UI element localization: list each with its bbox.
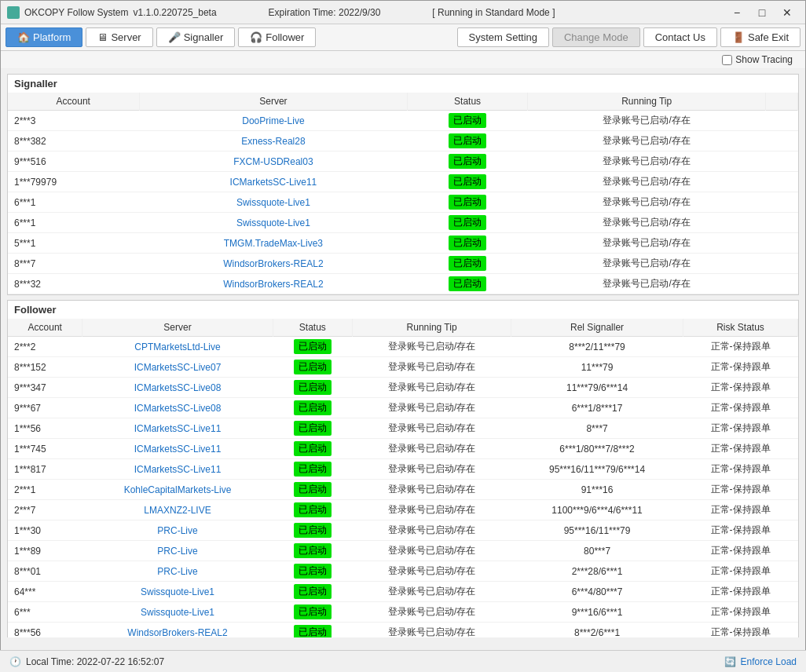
- status-badge: 已启动: [294, 462, 332, 477]
- rel-signaller-cell: 2***28/6***1: [511, 561, 683, 582]
- risk-status-cell: 正常-保持跟单: [683, 459, 798, 480]
- table-row: 1***30 PRC-Live 已启动 登录账号已启动/存在 95***16/1…: [8, 520, 798, 541]
- tip-cell: 登录账号已启动/存在: [527, 131, 766, 152]
- show-tracing-label: Show Tracing: [735, 54, 793, 65]
- tip-cell: 登录账号已启动/存在: [353, 500, 511, 520]
- follower-section: Follower Account Server Status Running T…: [7, 300, 799, 637]
- account-cell: 8***01: [8, 561, 82, 582]
- close-button[interactable]: ✕: [775, 5, 799, 20]
- tip-cell: 登录账号已启动/存在: [527, 172, 766, 192]
- status-badge: 已启动: [294, 441, 332, 456]
- home-icon: 🏠: [17, 31, 30, 43]
- risk-status-cell: 正常-保持跟单: [683, 418, 798, 439]
- server-cell: PRC-Live: [82, 561, 273, 582]
- status-badge: 已启动: [294, 360, 332, 374]
- change-mode-button[interactable]: Change Mode: [552, 27, 640, 47]
- enforce-load-button[interactable]: 🔄 Enforce Load: [724, 656, 797, 667]
- risk-status-cell: 正常-保持跟单: [683, 541, 798, 561]
- rel-signaller-cell: 6***1/8***17: [511, 398, 683, 418]
- server-cell: ICMarketsSC-Live08: [82, 378, 273, 398]
- extra-cell: [766, 254, 798, 274]
- window-controls: − □ ✕: [725, 5, 799, 20]
- status-cell: 已启动: [408, 233, 528, 254]
- status-badge: 已启动: [294, 482, 332, 497]
- safe-exit-button[interactable]: 🚪 Safe Exit: [720, 27, 801, 47]
- app-icon: [7, 6, 20, 19]
- server-cell: WindsorBrokers-REAL2: [139, 254, 408, 274]
- show-tracing-checkbox[interactable]: [722, 55, 732, 65]
- extra-cell: [766, 111, 798, 131]
- status-badge: 已启动: [294, 380, 332, 395]
- contact-us-button[interactable]: Contact Us: [643, 27, 717, 47]
- signaller-table: Account Server Status Running Tip 2***3 …: [8, 93, 798, 294]
- app-name: OKCOPY Follow System: [24, 7, 128, 18]
- table-row: 9***67 ICMarketsSC-Live08 已启动 登录账号已启动/存在…: [8, 398, 798, 418]
- table-row: 8***382 Exness-Real28 已启动 登录账号已启动/存在: [8, 131, 798, 152]
- status-badge: 已启动: [449, 113, 486, 128]
- tip-cell: 登录账号已启动/存在: [353, 357, 511, 378]
- account-cell: 8***382: [8, 131, 139, 152]
- tip-cell: 登录账号已启动/存在: [527, 213, 766, 233]
- status-cell: 已启动: [408, 213, 528, 233]
- account-cell: 9***347: [8, 378, 82, 398]
- tip-cell: 登录账号已启动/存在: [353, 378, 511, 398]
- status-badge: 已启动: [449, 236, 486, 250]
- server-cell: Swissquote-Live1: [139, 213, 408, 233]
- account-cell: 8***7: [8, 254, 139, 274]
- account-cell: 6***: [8, 602, 82, 623]
- status-cell: 已启动: [273, 500, 352, 520]
- account-cell: 9***67: [8, 398, 82, 418]
- table-row: 9***516 FXCM-USDReal03 已启动 登录账号已启动/存在: [8, 152, 798, 172]
- table-row: 8***32 WindsorBrokers-REAL2 已启动 登录账号已启动/…: [8, 274, 798, 294]
- maximize-button[interactable]: □: [750, 5, 774, 20]
- risk-status-cell: 正常-保持跟单: [683, 500, 798, 520]
- clock-icon: 🕐: [9, 656, 21, 667]
- server-cell: ICMarketsSC-Live07: [82, 357, 273, 378]
- account-cell: 5***1: [8, 233, 139, 254]
- follower-button[interactable]: 🎧 Follower: [238, 27, 316, 47]
- status-badge: 已启动: [449, 276, 486, 291]
- signaller-col-account: Account: [8, 93, 139, 111]
- tip-cell: 登录账号已启动/存在: [353, 582, 511, 602]
- server-cell: Swissquote-Live1: [82, 602, 273, 623]
- status-badge: 已启动: [294, 604, 332, 619]
- account-cell: 9***516: [8, 152, 139, 172]
- signaller-button[interactable]: 🎤 Signaller: [156, 27, 236, 47]
- rel-signaller-cell: 11***79: [511, 357, 683, 378]
- table-row: 5***1 TMGM.TradeMax-Live3 已启动 登录账号已启动/存在: [8, 233, 798, 254]
- server-cell: KohleCapitalMarkets-Live: [82, 480, 273, 500]
- tip-cell: 登录账号已启动/存在: [353, 541, 511, 561]
- tip-cell: 登录账号已启动/存在: [527, 274, 766, 294]
- account-cell: 1***89: [8, 541, 82, 561]
- rel-signaller-cell: 6***4/80***7: [511, 582, 683, 602]
- exit-icon: 🚪: [732, 31, 745, 43]
- rel-signaller-cell: 95***16/11***79: [511, 520, 683, 541]
- table-row: 1***745 ICMarketsSC-Live11 已启动 登录账号已启动/存…: [8, 439, 798, 459]
- table-row: 1***89 PRC-Live 已启动 登录账号已启动/存在 80***7 正常…: [8, 541, 798, 561]
- server-button[interactable]: 🖥 Server: [86, 27, 152, 47]
- signaller-header-row: Account Server Status Running Tip: [8, 93, 798, 111]
- account-cell: 1***745: [8, 439, 82, 459]
- status-cell: 已启动: [273, 439, 352, 459]
- extra-cell: [766, 131, 798, 152]
- signaller-col-extra: [766, 93, 798, 111]
- status-badge: 已启动: [294, 523, 332, 538]
- mic-icon: 🎤: [168, 31, 181, 43]
- status-badge: 已启动: [294, 564, 332, 579]
- server-cell: WindsorBrokers-REAL2: [82, 623, 273, 638]
- tip-cell: 登录账号已启动/存在: [353, 439, 511, 459]
- mode-label: [ Running in Standard Mode ]: [432, 7, 555, 18]
- navbar: 🏠 Platform 🖥 Server 🎤 Signaller 🎧 Follow…: [1, 24, 805, 51]
- tip-cell: 登录账号已启动/存在: [353, 561, 511, 582]
- account-cell: 8***32: [8, 274, 139, 294]
- tip-cell: 登录账号已启动/存在: [353, 337, 511, 357]
- status-cell: 已启动: [408, 131, 528, 152]
- signaller-section: Signaller Account Server Status Running …: [7, 74, 799, 295]
- minimize-button[interactable]: −: [725, 5, 749, 20]
- risk-status-cell: 正常-保持跟单: [683, 623, 798, 638]
- platform-button[interactable]: 🏠 Platform: [5, 27, 82, 47]
- account-cell: 2***3: [8, 111, 139, 131]
- table-row: 8***56 WindsorBrokers-REAL2 已启动 登录账号已启动/…: [8, 623, 798, 638]
- server-cell: PRC-Live: [82, 541, 273, 561]
- system-setting-button[interactable]: System Setting: [457, 27, 549, 47]
